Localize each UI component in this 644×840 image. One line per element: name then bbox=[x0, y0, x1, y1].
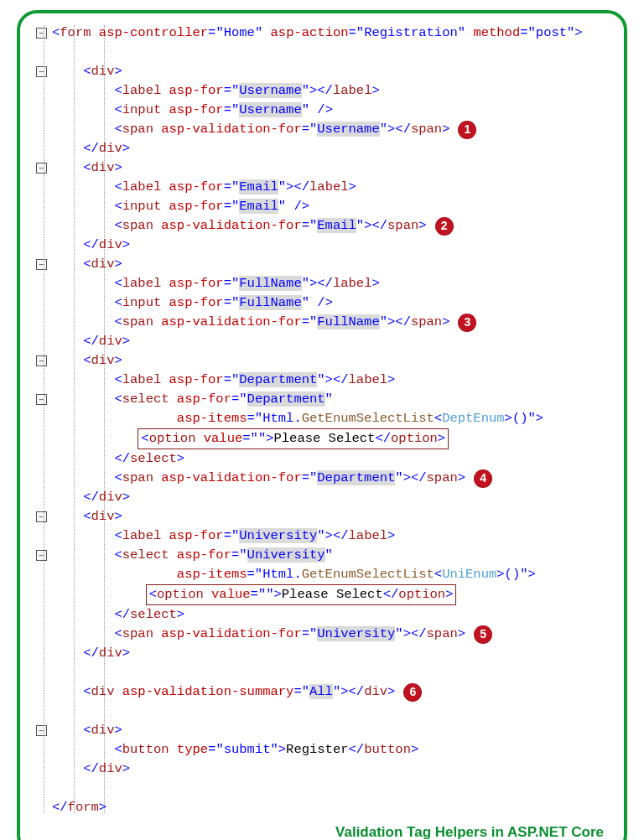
minus-icon: − bbox=[36, 259, 47, 270]
highlighted-option-dept: <option value="">Please Select</option> bbox=[138, 428, 449, 449]
annotation-badge-3: 3 bbox=[458, 314, 476, 332]
annotation-badge-1: 1 bbox=[458, 121, 476, 139]
fold-toggle[interactable]: − bbox=[34, 511, 49, 522]
minus-icon: − bbox=[36, 66, 47, 77]
fold-toggle[interactable]: − bbox=[34, 550, 49, 561]
code-snippet-frame: − <form asp-controller="Home" asp-action… bbox=[17, 10, 627, 840]
fold-toggle[interactable]: − bbox=[34, 725, 49, 736]
minus-icon: − bbox=[36, 163, 47, 174]
minus-icon: − bbox=[36, 550, 47, 561]
minus-icon: − bbox=[36, 394, 47, 405]
minus-icon: − bbox=[36, 28, 47, 39]
fold-toggle[interactable]: − bbox=[34, 394, 49, 405]
fold-toggle[interactable]: − bbox=[34, 163, 49, 174]
fold-toggle[interactable]: − bbox=[34, 28, 49, 39]
highlighted-option-uni: <option value="">Please Select</option> bbox=[146, 584, 457, 605]
minus-icon: − bbox=[36, 511, 47, 522]
annotation-badge-2: 2 bbox=[435, 217, 454, 236]
fold-toggle[interactable]: − bbox=[34, 355, 49, 366]
annotation-badge-6: 6 bbox=[403, 683, 422, 702]
fold-toggle[interactable]: − bbox=[34, 66, 49, 77]
minus-icon: − bbox=[36, 725, 47, 736]
minus-icon: − bbox=[36, 355, 47, 366]
annotation-badge-4: 4 bbox=[474, 469, 492, 488]
code-line: − <form asp-controller="Home" asp-action… bbox=[34, 23, 609, 43]
fold-toggle[interactable]: − bbox=[34, 259, 49, 270]
annotation-badge-5: 5 bbox=[474, 625, 492, 644]
footer-title: Validation Tag Helpers in ASP.NET Core bbox=[34, 817, 609, 840]
